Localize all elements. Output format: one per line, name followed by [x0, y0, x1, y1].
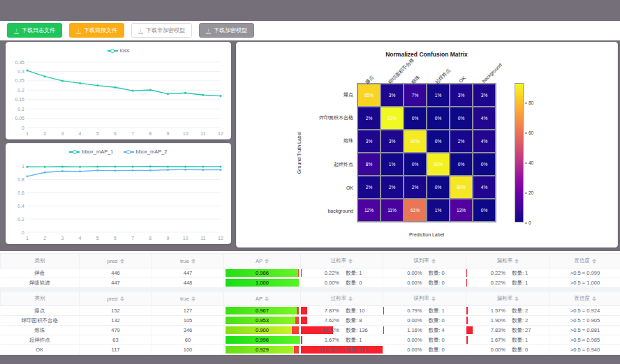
- rate-value: 0.00%: [383, 270, 422, 276]
- ap-value: 0.967: [226, 307, 299, 314]
- table-row: 焊缝轨迹4474481.0000.00%数量: 00.00%数量: 00.22%…: [1, 278, 620, 288]
- rate-count: 数量: 1: [512, 280, 528, 287]
- column-header-pred[interactable]: pred: [80, 254, 152, 268]
- column-header-pred[interactable]: pred: [80, 291, 152, 306]
- sort-icon[interactable]: [348, 296, 353, 301]
- svg-text:10: 10: [183, 131, 189, 136]
- class-name: 焊印面积不合格: [1, 316, 80, 326]
- confusion-cell: 0%: [450, 107, 473, 130]
- svg-text:2: 2: [43, 236, 46, 241]
- svg-text:0.25: 0.25: [15, 78, 24, 83]
- confusion-cell: 1%: [381, 153, 404, 176]
- confusion-cell: 4%: [473, 107, 496, 130]
- metrics-tables: 类别predtrueAP过检率误判率漏检率置信度 焊盘4464470.9860.…: [0, 251, 620, 355]
- sort-icon[interactable]: [120, 296, 124, 301]
- svg-text:0.6: 0.6: [17, 190, 24, 195]
- table-row: 焊盘4464470.9860.22%数量: 10.00%数量: 00.22%数量…: [1, 268, 620, 278]
- rate-value: 1.67%: [301, 337, 339, 343]
- rate-value: 0.00%: [466, 347, 505, 353]
- rate-value: 0.22%: [301, 270, 339, 276]
- svg-text:11: 11: [200, 131, 205, 136]
- ap-value: 0.953: [226, 317, 299, 324]
- confusion-cell: 7%: [404, 84, 427, 107]
- rate-value: 39.42%: [301, 327, 339, 333]
- download-unencrypted-model-button[interactable]: ↓ 下载非加密模型: [131, 23, 192, 38]
- column-header-true[interactable]: true: [152, 291, 224, 306]
- confusion-row-label: OK: [287, 185, 353, 190]
- download-report-button[interactable]: ↓ 下载简报文件: [69, 23, 124, 38]
- download-icon: ↓: [206, 27, 211, 33]
- svg-text:0: 0: [22, 230, 24, 235]
- column-header-类别: 类别: [1, 291, 80, 306]
- column-header-漏检率[interactable]: 漏检率: [466, 254, 550, 268]
- confidence-value: >0.5 = 0.924: [550, 306, 620, 316]
- svg-text:0.2: 0.2: [17, 217, 24, 222]
- download-log-button[interactable]: ↓ 下载日志文件: [7, 23, 62, 38]
- sort-icon[interactable]: [592, 259, 596, 264]
- column-header-置信度[interactable]: 置信度: [550, 254, 620, 268]
- sort-icon[interactable]: [265, 296, 269, 301]
- misjudge-cell: 1.16%数量: 4: [383, 326, 466, 335]
- loss-legend: loss: [6, 43, 230, 56]
- true-count: 127: [152, 306, 224, 316]
- legend-item-bbox-map-2[interactable]: bbox_mAP_2: [124, 149, 168, 155]
- sort-icon[interactable]: [431, 296, 436, 301]
- sort-icon[interactable]: [592, 296, 596, 301]
- sort-icon[interactable]: [191, 259, 195, 264]
- line-series-icon: [124, 149, 134, 154]
- sort-icon[interactable]: [191, 296, 195, 301]
- pred-count: 447: [80, 278, 152, 288]
- table-header-row: 类别predtrueAP过检率误判率漏检率置信度: [1, 291, 620, 306]
- column-header-过检率[interactable]: 过检率: [301, 254, 383, 268]
- svg-text:0.2: 0.2: [17, 88, 24, 93]
- svg-text:1: 1: [26, 236, 29, 241]
- svg-text:10: 10: [183, 236, 189, 241]
- svg-text:1: 1: [22, 164, 24, 169]
- column-header-误判率[interactable]: 误判率: [383, 254, 466, 268]
- column-header-漏检率[interactable]: 漏检率: [466, 291, 550, 306]
- overdetect-cell: 1.67%数量: 1: [301, 335, 383, 345]
- svg-text:0.35: 0.35: [15, 60, 24, 65]
- miss-cell: 7.83%数量: 27: [466, 326, 550, 335]
- column-header-过检率[interactable]: 过检率: [301, 291, 383, 306]
- column-header-AP[interactable]: AP: [224, 254, 301, 268]
- svg-text:1: 1: [26, 131, 29, 136]
- map-chart-card: bbox_mAP_1 bbox_mAP_2 00.20.40.60.811234…: [6, 143, 231, 244]
- confusion-cell: 0%: [427, 107, 450, 130]
- legend-item-loss[interactable]: loss: [108, 47, 129, 54]
- sort-icon[interactable]: [431, 259, 436, 264]
- line-chart-svg: 00.20.40.60.81123456789101112: [6, 158, 230, 243]
- confidence-value: >0.5 = 0.881: [550, 326, 620, 335]
- miss-cell: 1.67%数量: 1: [466, 335, 550, 345]
- ap-value: 0.996: [226, 336, 299, 344]
- confusion-cell: 93%: [381, 107, 404, 130]
- sort-icon[interactable]: [348, 259, 353, 264]
- confusion-cell: 85%: [357, 84, 381, 107]
- confusion-cell: 90%: [404, 130, 427, 153]
- confidence-value: >0.5 = 0.905: [550, 316, 620, 326]
- true-count: 447: [152, 268, 224, 278]
- column-header-AP[interactable]: AP: [224, 291, 301, 306]
- confusion-matrix-card: Normalized Confusion Matrix Ground Truth…: [236, 42, 618, 248]
- confusion-cell: 0%: [404, 153, 427, 176]
- column-header-置信度[interactable]: 置信度: [550, 291, 620, 306]
- rate-value: 7.62%: [301, 317, 339, 324]
- download-icon: ↓: [76, 27, 81, 33]
- rate-count: 数量: 1: [346, 270, 362, 277]
- sort-icon[interactable]: [265, 259, 269, 264]
- miss-cell: 0.00%数量: 0: [466, 345, 550, 355]
- rate-count: 数量: 0: [428, 270, 444, 277]
- sort-icon[interactable]: [515, 296, 519, 301]
- ap-value: 0.900: [226, 326, 299, 334]
- legend-item-bbox-map-1[interactable]: bbox_mAP_1: [69, 149, 113, 155]
- column-header-误判率[interactable]: 误判率: [383, 291, 466, 306]
- confusion-cell: 12%: [357, 199, 381, 222]
- sort-icon[interactable]: [120, 259, 124, 264]
- confusion-cell: 1%: [427, 199, 450, 222]
- column-header-true[interactable]: true: [152, 254, 224, 268]
- ap-cell: 0.986: [224, 268, 301, 278]
- download-encrypted-model-button[interactable]: ↓ 下载加密模型: [199, 23, 254, 38]
- confusion-cell: 4%: [473, 176, 496, 199]
- sort-icon[interactable]: [515, 259, 519, 264]
- class-name: 爆点: [1, 306, 80, 316]
